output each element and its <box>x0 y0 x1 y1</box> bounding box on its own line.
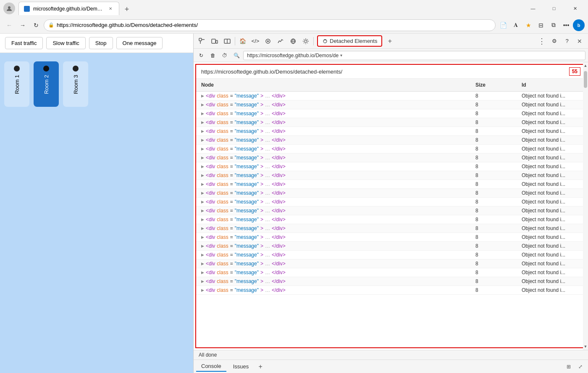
settings-icon[interactable]: ⚙ <box>549 35 560 47</box>
table-row[interactable]: ▶ <div class="message"> … </div>8Object … <box>196 92 585 101</box>
bottom-split-icon[interactable]: ⊞ <box>564 362 574 372</box>
expand-arrow-icon[interactable]: ▶ <box>201 235 204 239</box>
scroll-thumb[interactable] <box>584 71 587 88</box>
help-icon[interactable]: ? <box>561 35 573 47</box>
table-row[interactable]: ▶ <div class="message"> … </div>8Object … <box>196 259 585 268</box>
devtools-history-icon[interactable]: ⏱ <box>220 50 230 61</box>
table-row[interactable]: ▶ <div class="message"> … </div>8Object … <box>196 277 585 286</box>
table-row[interactable]: ▶ <div class="message"> … </div>8Object … <box>196 242 585 251</box>
elements-icon[interactable]: </> <box>249 35 261 47</box>
devtools-url-dropdown-icon[interactable]: ▾ <box>340 53 342 58</box>
bottom-expand-icon[interactable]: ⤢ <box>575 362 585 372</box>
issues-tab[interactable]: Issues <box>228 362 254 371</box>
expand-arrow-icon[interactable]: ▶ <box>201 226 204 230</box>
read-aloud-icon[interactable]: 𝐀 <box>510 19 522 31</box>
maximize-button[interactable]: □ <box>544 2 564 15</box>
active-tab[interactable]: microsoftedge.github.io/Demos/ ✕ <box>18 2 119 15</box>
expand-arrow-icon[interactable]: ▶ <box>201 209 204 213</box>
scroll-down-button[interactable]: ▼ <box>583 343 588 350</box>
devtools-url-bar[interactable]: https://microsoftedge.github.io/Demos/de… <box>243 51 585 60</box>
table-row[interactable]: ▶ <div class="message"> … </div>8Object … <box>196 198 585 206</box>
expand-arrow-icon[interactable]: ▶ <box>201 279 204 283</box>
more-button[interactable]: ••• <box>560 19 572 31</box>
expand-arrow-icon[interactable]: ▶ <box>201 253 204 257</box>
expand-arrow-icon[interactable]: ▶ <box>201 94 204 98</box>
collections-icon[interactable]: ⧉ <box>548 19 559 31</box>
table-row[interactable]: ▶ <div class="message"> … </div>8Object … <box>196 286 585 295</box>
table-row[interactable]: ▶ <div class="message"> … </div>8Object … <box>196 118 585 127</box>
device-emulation-icon[interactable] <box>209 35 220 47</box>
back-button[interactable]: ← <box>3 19 15 31</box>
room3-item[interactable]: Room 3 <box>63 61 88 107</box>
room2-item[interactable]: Room 2 <box>34 61 59 107</box>
stop-button[interactable]: Stop <box>89 37 113 49</box>
devtools-trash-icon[interactable]: 🗑 <box>208 50 218 61</box>
table-row[interactable]: ▶ <div class="message"> … </div>8Object … <box>196 101 585 109</box>
table-row[interactable]: ▶ <div class="message"> … </div>8Object … <box>196 180 585 189</box>
add-tab-button[interactable]: + <box>255 362 265 372</box>
table-row[interactable]: ▶ <div class="message"> … </div>8Object … <box>196 171 585 180</box>
address-bar[interactable]: 🔒 https://microsoftedge.github.io/Demos/… <box>44 19 496 31</box>
tab-close-button[interactable]: ✕ <box>107 5 114 12</box>
split-screen-icon[interactable]: ⊟ <box>535 19 547 31</box>
room1-item[interactable]: Room 1 <box>4 61 29 107</box>
table-row[interactable]: ▶ <div class="message"> … </div>8Object … <box>196 162 585 171</box>
table-row[interactable]: ▶ <div class="message"> … </div>8Object … <box>196 233 585 242</box>
bing-icon[interactable]: b <box>573 19 585 31</box>
one-message-button[interactable]: One message <box>116 37 163 49</box>
console-tab[interactable]: Console <box>196 361 226 372</box>
table-row[interactable]: ▶ <div class="message"> … </div>8Object … <box>196 215 585 224</box>
devtools-refresh-icon[interactable]: ↻ <box>196 50 206 61</box>
expand-arrow-icon[interactable]: ▶ <box>201 191 204 195</box>
table-row[interactable]: ▶ <div class="message"> … </div>8Object … <box>196 136 585 145</box>
favorites-icon[interactable]: ★ <box>522 19 534 31</box>
close-button[interactable]: ✕ <box>565 2 585 15</box>
expand-arrow-icon[interactable]: ▶ <box>201 129 204 133</box>
detached-elements-button[interactable]: Detached Elements <box>317 35 382 47</box>
more-tools-icon[interactable]: ⋮ <box>536 35 548 47</box>
expand-arrow-icon[interactable]: ▶ <box>201 270 204 275</box>
network-icon[interactable] <box>287 35 299 47</box>
table-row[interactable]: ▶ <div class="message"> … </div>8Object … <box>196 153 585 162</box>
settings-extra-icon[interactable] <box>300 35 312 47</box>
expand-arrow-icon[interactable]: ▶ <box>201 164 204 169</box>
performance-monitor-icon[interactable] <box>275 35 286 47</box>
table-row[interactable]: ▶ <div class="message"> … </div>8Object … <box>196 268 585 277</box>
reader-view-icon[interactable]: 📄 <box>497 19 509 31</box>
forward-button[interactable]: → <box>17 19 29 31</box>
expand-arrow-icon[interactable]: ▶ <box>201 200 204 204</box>
table-row[interactable]: ▶ <div class="message"> … </div>8Object … <box>196 145 585 153</box>
scroll-up-button[interactable]: ▲ <box>583 62 588 69</box>
minimize-button[interactable]: — <box>523 2 543 15</box>
expand-arrow-icon[interactable]: ▶ <box>201 103 204 107</box>
table-row[interactable]: ▶ <div class="message"> … </div>8Object … <box>196 127 585 136</box>
table-row[interactable]: ▶ <div class="message"> … </div>8Object … <box>196 251 585 259</box>
table-row[interactable]: ▶ <div class="message"> … </div>8Object … <box>196 224 585 233</box>
devtools-search-icon[interactable]: 🔍 <box>231 50 242 61</box>
split-view-icon[interactable] <box>221 35 233 47</box>
devtools-close-button[interactable]: ✕ <box>574 35 585 47</box>
fast-traffic-button[interactable]: Fast traffic <box>5 37 43 49</box>
expand-arrow-icon[interactable]: ▶ <box>201 156 204 160</box>
recorder-icon[interactable] <box>262 35 274 47</box>
expand-arrow-icon[interactable]: ▶ <box>201 182 204 186</box>
expand-arrow-icon[interactable]: ▶ <box>201 120 204 124</box>
table-row[interactable]: ▶ <div class="message"> … </div>8Object … <box>196 109 585 118</box>
refresh-button[interactable]: ↻ <box>30 19 42 31</box>
add-tool-button[interactable]: + <box>385 36 395 46</box>
table-row[interactable]: ▶ <div class="message"> … </div>8Object … <box>196 206 585 215</box>
expand-arrow-icon[interactable]: ▶ <box>201 288 204 292</box>
expand-arrow-icon[interactable]: ▶ <box>201 138 204 142</box>
expand-arrow-icon[interactable]: ▶ <box>201 173 204 177</box>
expand-arrow-icon[interactable]: ▶ <box>201 111 204 116</box>
expand-arrow-icon[interactable]: ▶ <box>201 217 204 222</box>
new-tab-button[interactable]: + <box>121 3 133 15</box>
profile-icon[interactable] <box>3 3 15 14</box>
expand-arrow-icon[interactable]: ▶ <box>201 262 204 266</box>
inspect-element-icon[interactable] <box>196 35 208 47</box>
table-row[interactable]: ▶ <div class="message"> … </div>8Object … <box>196 189 585 198</box>
home-icon[interactable]: 🏠 <box>237 35 249 47</box>
expand-arrow-icon[interactable]: ▶ <box>201 147 204 151</box>
expand-arrow-icon[interactable]: ▶ <box>201 244 204 248</box>
slow-traffic-button[interactable]: Slow traffic <box>46 37 85 49</box>
